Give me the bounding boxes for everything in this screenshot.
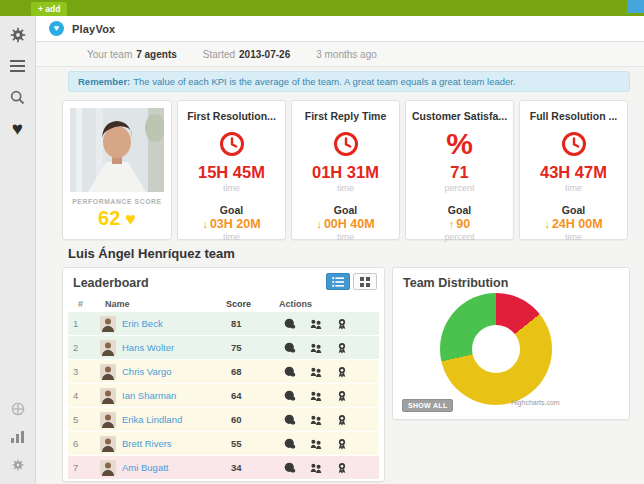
grid-view-button[interactable] <box>353 273 377 290</box>
row-score: 34 <box>231 462 284 473</box>
row-rank: 3 <box>68 366 100 377</box>
coach-icon[interactable] <box>284 414 296 426</box>
grid-view-icon <box>360 277 370 287</box>
avatar <box>100 364 116 380</box>
coach-icon[interactable] <box>284 438 296 450</box>
kpi-goal-unit: time <box>292 232 399 242</box>
col-actions: Actions <box>279 299 374 309</box>
users-icon[interactable] <box>310 390 322 402</box>
award-icon[interactable] <box>336 462 348 474</box>
coach-icon[interactable] <box>284 462 296 474</box>
your-team-label: Your team <box>87 49 132 60</box>
agents-count: 7 agents <box>136 49 177 60</box>
agent-name-link[interactable]: Hans Wolter <box>122 342 174 353</box>
clock-icon <box>561 131 587 157</box>
users-icon[interactable] <box>310 366 322 378</box>
kpi-value: 15H 45M <box>178 163 285 182</box>
table-row[interactable]: 3 Chris Vargo 68 <box>68 360 379 383</box>
users-icon[interactable] <box>310 462 322 474</box>
goal-arrow-icon: ↓ <box>202 218 208 230</box>
show-all-button[interactable]: SHOW ALL <box>402 399 453 412</box>
add-button[interactable]: + add <box>31 2 67 16</box>
kpi-goal-unit: time <box>178 232 285 242</box>
kpi-unit: time <box>178 183 285 193</box>
kpi-goal-unit: time <box>520 232 627 242</box>
row-score: 64 <box>231 390 284 401</box>
agent-photo <box>70 108 164 192</box>
kpi-goal-value: ↓00H 40M <box>292 217 399 231</box>
table-row[interactable]: 2 Hans Wolter 75 <box>68 336 379 359</box>
table-row[interactable]: 7 Ami Bugatt 34 <box>68 456 379 479</box>
avatar <box>100 316 116 332</box>
award-icon[interactable] <box>336 390 348 402</box>
agent-name-link[interactable]: Erika Lindland <box>122 414 182 425</box>
highcharts-watermark[interactable]: Highcharts.com <box>511 399 560 406</box>
heart-glyph: ♥ <box>12 119 23 138</box>
team-age: 3 months ago <box>316 49 377 60</box>
table-row[interactable]: 5 Erika Lindland 60 <box>68 408 379 431</box>
avatar <box>100 340 116 356</box>
col-name: Name <box>105 299 226 309</box>
donut-hole <box>472 325 520 373</box>
table-row[interactable]: 4 Ian Sharman 64 <box>68 384 379 407</box>
leaderboard-panel: Leaderboard # Name Score Actions 1 <box>62 267 385 482</box>
goal-arrow-icon: ↓ <box>544 218 550 230</box>
heart-icon[interactable]: ♥ <box>9 119 27 137</box>
list-view-icon <box>332 277 344 287</box>
menu-icon[interactable] <box>9 57 27 75</box>
team-distribution-donut[interactable] <box>440 293 552 405</box>
kpi-card: Full Resolution ... 43H 47M time Goal ↓2… <box>519 100 628 240</box>
kpi-title: Full Resolution ... <box>520 110 627 122</box>
row-rank: 1 <box>68 318 100 329</box>
stats-icon[interactable] <box>9 428 27 446</box>
agent-name-link[interactable]: Chris Vargo <box>122 366 171 377</box>
kpi-value: 01H 31M <box>292 163 399 182</box>
kpi-card: First Resolution... 15H 45M time Goal ↓0… <box>177 100 286 240</box>
kpi-goal-label: Goal <box>406 204 513 216</box>
coach-icon[interactable] <box>284 366 296 378</box>
kpi-title: Customer Satisfa... <box>406 110 513 122</box>
team-info-bar: Your team 7 agents Started 2013-07-26 3 … <box>36 42 644 67</box>
clock-icon <box>333 131 359 157</box>
list-view-button[interactable] <box>326 273 350 290</box>
table-row[interactable]: 1 Erin Beck 81 <box>68 312 379 335</box>
users-icon[interactable] <box>310 342 322 354</box>
playvox-logo-icon[interactable]: ♥ <box>49 21 64 36</box>
start-date: 2013-07-26 <box>239 49 290 60</box>
kpi-title: First Reply Time <box>292 110 399 122</box>
kpi-goal-number: 03H 20M <box>210 217 261 231</box>
award-icon[interactable] <box>336 414 348 426</box>
award-icon[interactable] <box>336 342 348 354</box>
agent-name-link[interactable]: Brett Rivers <box>122 438 172 449</box>
users-icon[interactable] <box>310 318 322 330</box>
agent-name-link[interactable]: Ian Sharman <box>122 390 176 401</box>
coach-icon[interactable] <box>284 390 296 402</box>
kpi-goal-value: ↓24H 00M <box>520 217 627 231</box>
brand-name[interactable]: PlayVox <box>72 23 115 35</box>
coach-icon[interactable] <box>284 318 296 330</box>
view-toggle <box>326 273 377 290</box>
agent-name-link[interactable]: Ami Bugatt <box>122 462 168 473</box>
kpi-unit: percent <box>406 183 513 193</box>
gear-icon[interactable] <box>9 26 27 44</box>
agent-name-link[interactable]: Erin Beck <box>122 318 163 329</box>
topbar-corner-button[interactable] <box>627 0 644 13</box>
search-icon[interactable] <box>9 88 27 106</box>
table-row[interactable]: 6 Brett Rivers 55 <box>68 432 379 455</box>
globe-icon[interactable] <box>9 400 27 418</box>
coach-icon[interactable] <box>284 342 296 354</box>
row-rank: 2 <box>68 342 100 353</box>
avatar <box>100 436 116 452</box>
row-score: 55 <box>231 438 284 449</box>
award-icon[interactable] <box>336 366 348 378</box>
avatar <box>100 412 116 428</box>
settings-gear-icon[interactable] <box>9 456 27 474</box>
users-icon[interactable] <box>310 438 322 450</box>
award-icon[interactable] <box>336 318 348 330</box>
banner-text: The value of each KPI is the average of … <box>133 76 515 87</box>
started-label: Started <box>203 49 235 60</box>
users-icon[interactable] <box>310 414 322 426</box>
award-icon[interactable] <box>336 438 348 450</box>
page-title: Luis Ángel Henríquez team <box>68 246 235 261</box>
performance-score-value: 62 <box>98 207 120 230</box>
